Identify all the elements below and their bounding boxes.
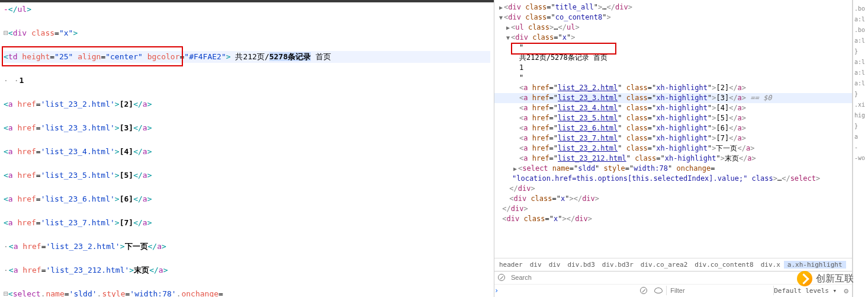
quote-line: ": [494, 73, 852, 83]
highlighted-td-line[interactable]: <td height="25" align="center" bgcolor="…: [4, 51, 490, 63]
style-rule-fragment: a:l: [853, 78, 868, 89]
tree-anchor-line[interactable]: <a href="list_23_5.html" class="xh-highl…: [494, 113, 852, 123]
blank-line: [4, 181, 490, 193]
breadcrumb-item[interactable]: a.xh-highlight: [784, 261, 846, 269]
style-rule-fragment: a:l: [853, 14, 868, 25]
expand-arrow-icon[interactable]: ▶: [505, 23, 511, 33]
log-levels-dropdown[interactable]: Default levels ▾: [774, 287, 837, 295]
tree-anchor-line[interactable]: <a href="list_23_4.html" class="xh-highl…: [494, 103, 852, 113]
blank-line: [4, 229, 490, 241]
tree-anchor-line[interactable]: <a href="list_23_6.html" class="xh-highl…: [494, 123, 852, 133]
style-rule-fragment: a:l: [853, 68, 868, 78]
style-rule-fragment: .xi: [853, 100, 868, 110]
code-line: -</ul>: [4, 4, 490, 15]
blank-line: [4, 276, 490, 288]
breadcrumb-item[interactable]: div.co_content8: [691, 261, 757, 269]
tree-line[interactable]: <div class="x"></div>: [494, 214, 852, 224]
style-rule-fragment: a: [853, 132, 868, 142]
breadcrumb-item[interactable]: div: [545, 261, 564, 269]
source-view-panel: -</ul> ⊟<div class="x"> <td height="25" …: [0, 0, 494, 297]
collapse-arrow-icon[interactable]: ▼: [505, 33, 511, 43]
style-rule-fragment: a:l: [853, 57, 868, 68]
watermark: 创新互联: [797, 271, 854, 286]
breadcrumb-item[interactable]: div.co_area2: [637, 261, 691, 269]
tree-anchor-line[interactable]: <a href="list_23_2.html" class="xh-highl…: [494, 83, 852, 93]
breadcrumb-item[interactable]: div.bd3r: [599, 261, 637, 269]
elements-panel: ▶<div class="title_all">…</div> ▼<div cl…: [494, 0, 853, 297]
quote-line: ": [494, 43, 852, 53]
tree-line-select[interactable]: ▶<select name="sldd" style="width:78" on…: [494, 164, 852, 174]
select-line: ⊟<select.name='sldd'.style='width:78'.on…: [4, 288, 490, 297]
expand-arrow-icon[interactable]: ▶: [512, 164, 518, 174]
pagination-text: 共212页/5278条记录 首页: [494, 53, 852, 63]
tree-anchor-line[interactable]: <a href="list_23_2.html" class="xh-highl…: [494, 143, 852, 154]
style-rule-fragment: a:l: [853, 36, 868, 46]
console-filter-input[interactable]: [667, 287, 773, 294]
blank-line: [4, 134, 490, 146]
blank-line: [4, 39, 490, 51]
code-line-anchor[interactable]: ·<a href='list_23_2.html'>下一页</a>: [4, 241, 490, 253]
tree-anchor-line[interactable]: <a href="list_23_212.html" class="xh-hig…: [494, 154, 852, 164]
code-line: · ·1: [4, 75, 490, 87]
style-rule-fragment: }: [853, 89, 868, 100]
watermark-text: 创新互联: [816, 273, 854, 285]
code-line-anchor[interactable]: <a href='list_23_7.html'>[7]</a>: [4, 217, 490, 229]
blank-line: [4, 63, 490, 75]
settings-gear-icon[interactable]: ⚙: [844, 286, 848, 295]
collapse-arrow-icon[interactable]: ▼: [498, 12, 504, 23]
tree-line: </div>: [494, 204, 852, 214]
style-rule-fragment: }: [853, 46, 868, 57]
clear-console-icon[interactable]: [498, 274, 505, 281]
div-class-value: x: [64, 28, 69, 37]
code-line-anchor[interactable]: <a href='list_23_2.html'>[2]</a>: [4, 98, 490, 110]
tree-line[interactable]: ▶<div class="title_all">…</div>: [494, 2, 852, 12]
breadcrumb[interactable]: headerdivdivdiv.bd3div.bd3rdiv.co_area2d…: [494, 258, 852, 271]
breadcrumb-item[interactable]: div.bd3: [564, 261, 599, 269]
code-line: ⊟<div class="x">: [4, 27, 490, 39]
source-code-area[interactable]: -</ul> ⊟<div class="x"> <td height="25" …: [0, 2, 494, 297]
styles-sidebar-strip: .boa:l.boa:l}a:la:la:l}.xihig}a--wo: [853, 0, 868, 297]
tree-anchor-line[interactable]: <a href="list_23_7.html" class="xh-highl…: [494, 133, 852, 143]
code-line-anchor[interactable]: <a href='list_23_4.html'>[4]</a>: [4, 146, 490, 158]
code-line-anchor[interactable]: <a href='list_23_5.html'>[5]</a>: [4, 170, 490, 181]
breadcrumb-item[interactable]: header: [496, 261, 526, 269]
code-line-anchor[interactable]: ·<a href='list_23_212.html'>末页</a>: [4, 264, 490, 276]
style-rule-fragment: .bo: [853, 4, 868, 14]
style-rule-fragment: }: [853, 121, 868, 132]
breadcrumb-item[interactable]: div.x: [757, 261, 784, 269]
eye-icon[interactable]: [654, 288, 663, 293]
blank-line: [4, 158, 490, 170]
dom-tree[interactable]: ▶<div class="title_all">…</div> ▼<div cl…: [494, 0, 852, 258]
clear-icon[interactable]: [640, 287, 647, 294]
style-rule-fragment: -wo: [853, 153, 868, 164]
text-1: 1: [494, 63, 852, 73]
code-line-anchor[interactable]: <a href='list_23_6.html'>[6]</a>: [4, 193, 490, 205]
style-rule-fragment: .bo: [853, 25, 868, 36]
tree-anchor-line[interactable]: <a href="list_23_3.html" class="xh-highl…: [494, 93, 852, 103]
expand-arrow-icon[interactable]: ▶: [498, 2, 504, 12]
tree-line[interactable]: ▼<div class="co_content8">: [494, 12, 852, 23]
blank-line: [4, 110, 490, 122]
blank-line: [4, 15, 490, 27]
style-rule-fragment: -: [853, 142, 868, 153]
tree-line[interactable]: ▶<ul class>…</ul>: [494, 23, 852, 33]
tree-line: </div>: [494, 184, 852, 194]
tree-line[interactable]: <div class="x"></div>: [494, 194, 852, 204]
style-rule-fragment: hig: [853, 110, 868, 121]
tree-line-select-cont: "location.href=this.options[this.selecte…: [494, 174, 852, 184]
blank-line: [4, 205, 490, 217]
breadcrumb-item[interactable]: div: [526, 261, 545, 269]
tree-line[interactable]: ▼<div class="x">: [494, 33, 852, 43]
blank-line: [4, 253, 490, 264]
console-prompt-icon: ›: [494, 286, 499, 295]
blank-line: [4, 87, 490, 98]
code-line-anchor[interactable]: <a href='list_23_3.html'>[3]</a>: [4, 122, 490, 134]
watermark-logo-icon: [797, 271, 812, 286]
